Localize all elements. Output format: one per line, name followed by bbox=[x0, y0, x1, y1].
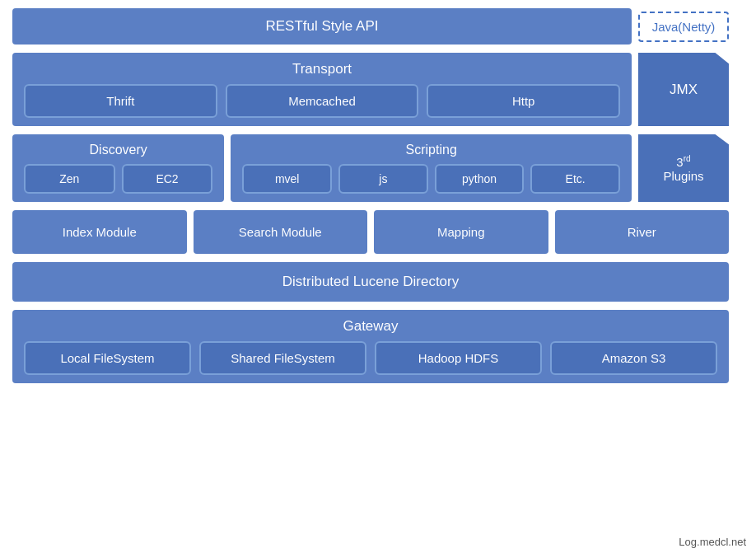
jmx-box: JMX bbox=[638, 53, 729, 126]
transport-items: Thrift Memcached Http bbox=[24, 84, 620, 118]
java-netty-box: Java(Netty) bbox=[638, 12, 729, 42]
scripting-title: Scripting bbox=[242, 143, 620, 157]
transport-title: Transport bbox=[24, 61, 620, 77]
plugins-label: 3rd Plugins bbox=[663, 154, 703, 183]
scripting-items: mvel js python Etc. bbox=[242, 164, 620, 194]
discovery-zen: Zen bbox=[24, 164, 115, 194]
lucene-label: Distributed Lucene Directory bbox=[282, 274, 459, 290]
transport-http: Http bbox=[427, 84, 620, 118]
gateway-amazon-s3: Amazon S3 bbox=[550, 341, 717, 375]
gateway-section: Gateway Local FileSystem Shared FileSyst… bbox=[12, 310, 729, 383]
discovery-section: Discovery Zen EC2 bbox=[12, 134, 224, 202]
plugins-sup: rd bbox=[684, 154, 691, 163]
scripting-section: Scripting mvel js python Etc. bbox=[231, 134, 632, 202]
plugins-text: Plugins bbox=[663, 169, 703, 183]
jmx-label: JMX bbox=[670, 82, 698, 98]
gateway-hadoop: Hadoop HDFS bbox=[375, 341, 542, 375]
restful-api-bar: RESTful Style API bbox=[12, 8, 632, 45]
watermark: Log.medcl.net bbox=[679, 536, 746, 548]
scripting-python: python bbox=[435, 164, 525, 194]
gateway-title: Gateway bbox=[24, 318, 717, 335]
gateway-shared-fs: Shared FileSystem bbox=[199, 341, 366, 375]
restful-api-label: RESTful Style API bbox=[266, 18, 379, 35]
scripting-mvel: mvel bbox=[242, 164, 332, 194]
mapping-box: Mapping bbox=[374, 210, 548, 254]
transport-thrift: Thrift bbox=[24, 84, 217, 118]
java-netty-label: Java(Netty) bbox=[652, 20, 716, 34]
transport-section: Transport Thrift Memcached Http bbox=[12, 53, 632, 126]
lucene-bar: Distributed Lucene Directory bbox=[12, 262, 729, 302]
plugins-box: 3rd Plugins bbox=[638, 134, 729, 202]
discovery-title: Discovery bbox=[24, 143, 212, 157]
search-module-box: Search Module bbox=[194, 210, 368, 254]
gateway-local-fs: Local FileSystem bbox=[24, 341, 191, 375]
discovery-ec2: EC2 bbox=[122, 164, 213, 194]
transport-memcached: Memcached bbox=[226, 84, 419, 118]
discovery-items: Zen EC2 bbox=[24, 164, 212, 194]
scripting-js: js bbox=[338, 164, 428, 194]
scripting-etc: Etc. bbox=[530, 164, 620, 194]
plugins-ordinal: 3 bbox=[676, 155, 683, 169]
index-module-box: Index Module bbox=[12, 210, 187, 254]
gateway-items: Local FileSystem Shared FileSystem Hadoo… bbox=[24, 341, 717, 375]
river-box: River bbox=[555, 210, 730, 254]
